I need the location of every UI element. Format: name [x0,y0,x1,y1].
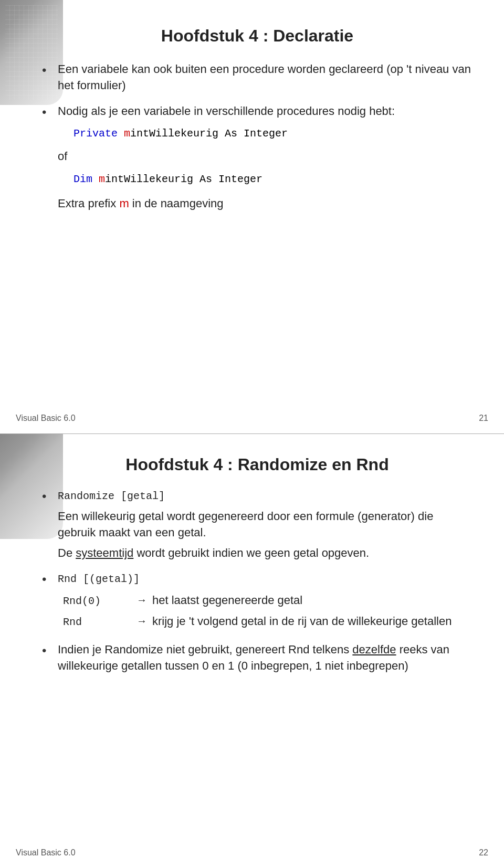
slide-2-title: Hoofdstuk 4 : Randomize en Rnd [42,455,472,474]
rnd-code: Rnd [(getal)] [58,570,472,588]
code1-prefix: m [124,128,130,140]
rnd-arrow-1: → [136,613,152,628]
extra-text2: in de naamgeving [129,197,224,210]
slide-1-footer-right: 21 [479,414,488,423]
code-block-1: Private mintWillekeurig As Integer [74,125,472,142]
code2-asinteger: As Integer [200,173,262,185]
slide-2-bullet-list: Randomize [getal] Een willekeurig getal … [42,488,472,674]
systeem-suffix: wordt gebruikt indien we geen getal opge… [133,546,369,559]
slide-1-bullet-list: Een variabele kan ook buiten een procedu… [42,61,472,212]
systeem-prefix: De [58,546,76,559]
slide2-bullet-1: Randomize [getal] Een willekeurig getal … [42,488,472,561]
randomize-code: Randomize [getal] [58,488,472,505]
code1-varname: intWillekeurig [130,128,218,140]
slide2-bullet-2: Rnd [(getal)] Rnd(0) → het laatst gegene… [42,570,472,631]
slide-1: Hoofdstuk 4 : Declaratie Een variabele k… [0,0,504,434]
code1-asinteger: As Integer [225,128,288,140]
slide-1-footer-left: Visual Basic 6.0 [16,414,76,423]
rnd-row-0: Rnd(0) → het laatst gegenereerde getal [63,592,472,610]
slide-2-footer-left: Visual Basic 6.0 [16,848,76,858]
systeem-underline: systeemtijd [76,546,133,559]
slide-2-footer: Visual Basic 6.0 22 [0,848,504,858]
randomize-desc: Een willekeurig getal wordt gegenereerd … [58,509,472,541]
rnd-desc-0: het laatst gegenereerde getal [152,592,472,609]
rnd-label-1: Rnd [63,613,136,631]
rnd-table: Rnd(0) → het laatst gegenereerde getal R… [63,592,472,631]
randomize-sub: De systeemtijd wordt gebruikt indien we … [58,545,472,562]
code1-keyword: Private [74,128,118,140]
code2-keyword: Dim [74,173,92,185]
slide2-bullet-3: Indien je Randomize niet gebruikt, gener… [42,642,472,674]
bullet3-underline: dezelfde [352,643,396,656]
rnd-desc-1: krijg je 't volgend getal in de rij van … [152,613,472,630]
bullet-2-intro: Nodig als je een variabele in verschille… [58,104,395,118]
rnd-row-1: Rnd → krijg je 't volgend getal in de ri… [63,613,472,631]
randomize-code-text: Randomize [getal] [58,490,165,502]
extra-m: m [119,197,129,210]
code-block-2: Dim mintWillekeurig As Integer [74,171,472,188]
rnd-code-text: Rnd [(getal)] [58,573,140,585]
slide-2: Hoofdstuk 4 : Randomize en Rnd Randomize… [0,434,504,868]
rnd-label-0: Rnd(0) [63,592,136,610]
slide-1-title: Hoofdstuk 4 : Declaratie [42,26,472,46]
bullet-1: Een variabele kan ook buiten een procedu… [42,61,472,94]
code2-prefix: m [99,173,105,185]
rnd-arrow-0: → [136,592,152,607]
code2-varname: intWillekeurig [105,173,193,185]
code-separator: of [58,149,472,165]
extra-text1: Extra prefix [58,197,119,210]
slide-1-footer: Visual Basic 6.0 21 [0,414,504,423]
bullet-2: Nodig als je een variabele in verschille… [42,103,472,212]
bullet3-text1: Indien je Randomize niet gebruikt, gener… [58,643,352,656]
slide-2-footer-right: 22 [479,848,488,858]
bullet-1-text: Een variabele kan ook buiten een procedu… [58,62,471,92]
extra-prefix-line: Extra prefix m in de naamgeving [58,196,472,212]
